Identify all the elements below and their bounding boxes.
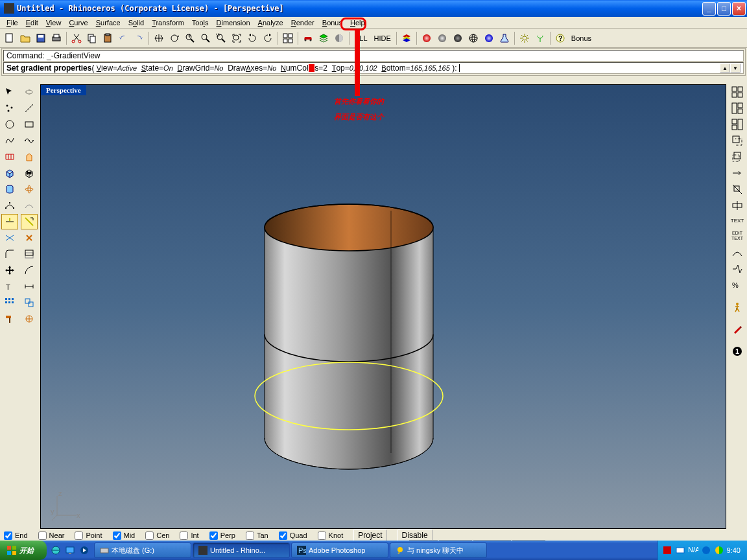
zoom-selected-button[interactable] <box>230 31 244 45</box>
open-button[interactable] <box>18 31 32 45</box>
system-tray[interactable]: N/A 9:40 <box>658 541 747 560</box>
undo-view-button[interactable] <box>245 31 259 45</box>
scale-uniform-tool[interactable] <box>729 198 746 213</box>
tray-icon-2[interactable] <box>675 545 685 555</box>
hammer-tool[interactable] <box>1 311 18 327</box>
shade-icon[interactable] <box>332 31 346 45</box>
curve-freeform-tool[interactable] <box>1 133 18 148</box>
redo-button[interactable] <box>132 31 146 45</box>
zoom-window-button[interactable] <box>198 31 213 45</box>
trim-tool[interactable] <box>1 214 18 229</box>
flask-icon[interactable] <box>497 31 512 45</box>
walk-tool[interactable] <box>729 299 746 315</box>
sphere-blue-icon[interactable] <box>482 31 496 45</box>
loft-tool[interactable] <box>1 149 18 165</box>
osnap-mid[interactable]: Mid <box>113 531 136 540</box>
bonus-label[interactable]: Bonus <box>569 34 594 42</box>
viewport-canvas[interactable]: Perspective <box>41 85 726 528</box>
render-plant-icon[interactable] <box>533 31 547 45</box>
fillet-tool[interactable] <box>1 246 18 262</box>
viewport-label[interactable]: Perspective <box>41 85 86 95</box>
osnap-cen[interactable]: Cen <box>145 531 169 540</box>
marker-tool[interactable] <box>729 321 746 337</box>
print-button[interactable] <box>49 31 64 45</box>
minimize-button[interactable]: _ <box>702 2 716 16</box>
scale-rect-tool[interactable] <box>729 181 746 197</box>
sphere-dark-icon[interactable] <box>451 31 465 45</box>
menu-analyze[interactable]: Analyze <box>254 18 287 27</box>
point-tool[interactable] <box>1 100 18 116</box>
menu-dimension[interactable]: Dimension <box>213 18 254 27</box>
redo-view-button[interactable] <box>261 31 275 45</box>
offset-tool-1[interactable] <box>729 133 746 148</box>
direction-arrow-tool[interactable] <box>729 165 746 181</box>
edit-off-tool[interactable] <box>21 198 38 213</box>
menu-curve[interactable]: Curve <box>65 18 91 27</box>
car-icon[interactable] <box>301 31 315 45</box>
menu-view[interactable]: View <box>42 18 65 27</box>
move-tool[interactable] <box>1 262 18 278</box>
dimension-tool[interactable] <box>21 279 38 294</box>
record-tool[interactable]: 1 <box>729 344 746 359</box>
revolve-tool[interactable] <box>21 181 38 197</box>
menu-render[interactable]: Render <box>287 18 318 27</box>
lasso-tool[interactable] <box>21 84 38 100</box>
four-view-button[interactable] <box>281 31 295 45</box>
tray-icon-4[interactable] <box>701 545 711 555</box>
offset-tool-2[interactable] <box>729 149 746 165</box>
scroll-down-button[interactable]: ▼ <box>730 64 741 73</box>
menu-solid[interactable]: Solid <box>124 18 148 27</box>
circle-tool[interactable] <box>1 117 18 132</box>
taskbar-item-rhino[interactable]: Untitled - Rhino... <box>193 542 290 558</box>
text-label-tool[interactable]: TEXT <box>729 214 746 227</box>
layout-tool-3[interactable] <box>729 117 746 132</box>
menu-surface[interactable]: Surface <box>92 18 124 27</box>
sphere-wire-icon[interactable] <box>466 31 480 45</box>
ie-icon[interactable] <box>49 543 62 557</box>
new-button[interactable] <box>3 31 17 45</box>
cut-button[interactable] <box>69 31 84 45</box>
maximize-button[interactable]: □ <box>717 2 731 16</box>
extrude-tool[interactable] <box>21 149 38 165</box>
close-button[interactable]: × <box>732 2 746 16</box>
start-button[interactable]: 开始 <box>0 541 47 560</box>
pointer-tool[interactable] <box>1 84 18 100</box>
mesh-box-tool[interactable] <box>21 165 38 181</box>
rectangle-tool[interactable] <box>21 117 38 132</box>
cylinder-tool[interactable] <box>1 181 18 197</box>
osnap-tan[interactable]: Tan <box>246 531 268 540</box>
hide-label[interactable]: HIDE <box>372 34 394 42</box>
save-button[interactable] <box>34 31 48 45</box>
osnap-point[interactable]: Point <box>75 531 102 540</box>
menu-file[interactable]: File <box>3 18 22 27</box>
cylinder-object[interactable] <box>245 198 459 477</box>
line-tool[interactable] <box>21 100 38 116</box>
curve-right-tool-1[interactable] <box>729 245 746 261</box>
sphere-red-icon[interactable] <box>420 31 434 45</box>
scroll-up-button[interactable]: ▲ <box>720 64 730 73</box>
viewport[interactable]: Perspective <box>40 84 726 529</box>
edit-points-tool[interactable] <box>1 198 18 213</box>
menu-transform[interactable]: Transform <box>148 18 188 27</box>
zoom-extents-button[interactable] <box>214 31 228 45</box>
extend-tool[interactable] <box>21 214 38 229</box>
array-tool[interactable] <box>1 295 18 310</box>
curve-interp-tool[interactable] <box>21 133 38 148</box>
split-tool[interactable] <box>1 230 18 246</box>
osnap-knot[interactable]: Knot <box>318 531 344 540</box>
rotate-view-button[interactable] <box>167 31 182 45</box>
edit-text-tool[interactable]: EDIT TEXT <box>729 228 746 244</box>
tray-icon-3[interactable]: N/A <box>688 545 698 555</box>
taskbar-item-chat[interactable]: 与 ningsky 聊天中 <box>390 542 487 558</box>
help-icon[interactable]: ? <box>553 31 567 45</box>
arc-tool[interactable] <box>21 262 38 278</box>
pan-button[interactable] <box>152 31 166 45</box>
percent-tool[interactable]: % <box>729 277 746 293</box>
copy-tool[interactable] <box>21 295 38 310</box>
layer-color-icon[interactable] <box>399 31 414 45</box>
orient-tool[interactable] <box>21 311 38 327</box>
tray-icon-5[interactable] <box>714 545 724 555</box>
command-input-row[interactable]: Set gradient properties ( View=Active St… <box>3 62 744 74</box>
osnap-end[interactable]: End <box>4 531 28 540</box>
taskbar-item-disk[interactable]: 本地磁盘 (G:) <box>94 542 191 558</box>
